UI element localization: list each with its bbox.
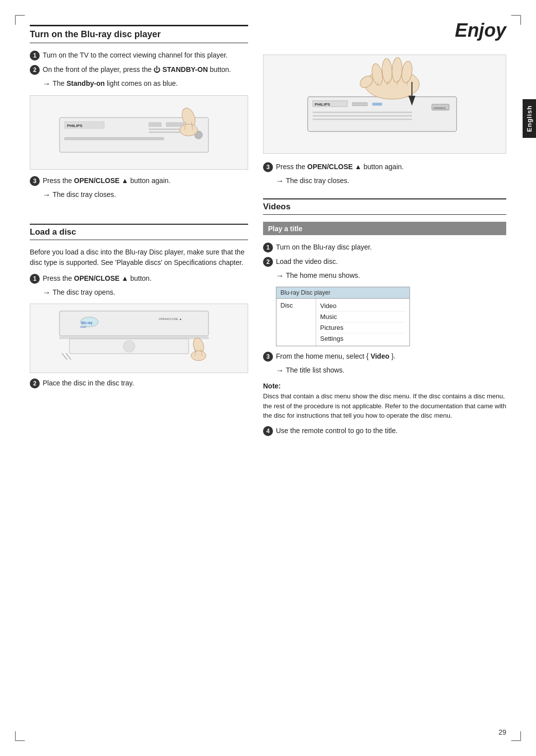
menu-header: Blu-ray Disc player	[276, 287, 409, 299]
svg-text:Disc: Disc	[80, 325, 86, 328]
svg-rect-33	[313, 115, 412, 117]
video-step-content-4: Use the remote control to go to the titl…	[276, 426, 506, 436]
menu-left-col: Disc	[276, 299, 316, 346]
corner-mark-bl	[15, 731, 25, 741]
left-column: Turn on the Blu-ray disc player 1 Turn o…	[30, 25, 248, 440]
svg-text:Blu-ray: Blu-ray	[81, 321, 93, 325]
arrow-icon-4: →	[276, 176, 284, 187]
menu-item-pictures: Pictures	[320, 322, 405, 333]
menu-item-video: Video	[320, 301, 405, 312]
svg-rect-5	[149, 128, 184, 130]
diagram-hand-top: PHILIPS OPEN/CL	[263, 55, 506, 154]
video-step-3-note: → The title list shows.	[276, 366, 506, 376]
turn-on-step-3-note: → The disc tray closes.	[43, 190, 248, 200]
svg-rect-31	[372, 103, 382, 106]
video-step-num-2: 2	[263, 257, 273, 267]
note-text: Discs that contain a disc menu show the …	[263, 392, 506, 419]
note-title: Note:	[263, 382, 281, 390]
video-step-3: 3 From the home menu, select { Video }.	[263, 351, 506, 362]
step-content-2: On the front of the player, press the ⏻ …	[43, 64, 248, 75]
video-step-content-3: From the home menu, select { Video }.	[276, 351, 506, 362]
turn-on-step-2-note: → The Standby-on light comes on as blue.	[43, 79, 248, 89]
load-step-content-2: Place the disc in the disc tray.	[43, 378, 248, 388]
load-step-content-1: Press the OPEN/CLOSE ▲ button.	[43, 273, 248, 284]
load-step-1-note: → The disc tray opens.	[43, 288, 248, 298]
svg-point-10	[180, 124, 198, 136]
video-step-content-2: Load the video disc.	[276, 256, 506, 267]
svg-point-22	[191, 351, 206, 361]
right-step-num-3: 3	[263, 162, 273, 172]
video-step-2: 2 Load the video disc.	[263, 256, 506, 267]
menu-item-music: Music	[320, 312, 405, 322]
turn-on-step-2: 2 On the front of the player, press the …	[30, 64, 248, 75]
video-step-num-4: 4	[263, 426, 273, 436]
svg-rect-32	[313, 112, 412, 113]
player-svg: PHILIPS	[50, 98, 228, 167]
step-num-2: 2	[30, 65, 40, 75]
hand-svg: PHILIPS OPEN/CL	[303, 57, 467, 151]
right-step-3-note: → The disc tray closes.	[276, 176, 506, 187]
corner-mark-tr	[511, 15, 521, 25]
menu-body: Disc Video Music Pictures Settings	[276, 299, 409, 346]
svg-rect-3	[149, 123, 161, 126]
load-step-2: 2 Place the disc in the disc tray.	[30, 378, 248, 388]
play-title-bar: Play a title	[263, 222, 506, 235]
svg-text:PHILIPS: PHILIPS	[315, 102, 331, 107]
svg-rect-6	[149, 131, 184, 133]
arrow-icon: →	[43, 78, 51, 89]
svg-rect-4	[166, 123, 184, 126]
videos-section-header: Videos	[263, 198, 506, 215]
step-content-3: Press the OPEN/CLOSE ▲ button again.	[43, 176, 248, 186]
video-step-2-note: → The home menu shows.	[276, 271, 506, 281]
svg-line-26	[66, 353, 71, 360]
step-num-3: 3	[30, 176, 40, 186]
home-menu-table: Blu-ray Disc player Disc Video Music Pic…	[276, 287, 410, 346]
step-content-1: Turn on the TV to the correct viewing ch…	[43, 50, 248, 61]
menu-right-col: Video Music Pictures Settings	[316, 299, 409, 346]
svg-rect-34	[313, 119, 412, 120]
svg-point-20	[123, 340, 135, 352]
svg-line-25	[62, 353, 67, 360]
note-box: Note: Discs that contain a disc menu sho…	[263, 381, 506, 421]
play-title-label: Play a title	[268, 225, 302, 233]
page-content: Turn on the Blu-ray disc player 1 Turn o…	[0, 0, 536, 480]
svg-text:OPEN/CL: OPEN/CL	[433, 107, 447, 110]
turn-on-section-header: Turn on the Blu-ray disc player	[30, 25, 248, 43]
load-step-num-1: 1	[30, 274, 40, 284]
corner-mark-br	[511, 731, 521, 741]
load-step-num-2: 2	[30, 378, 40, 388]
video-step-num-1: 1	[263, 243, 273, 252]
diagram-player-left: PHILIPS	[30, 95, 248, 170]
page-title: Enjoy	[455, 20, 506, 41]
language-tab: English	[523, 99, 536, 138]
turn-on-heading: Turn on the Blu-ray disc player	[30, 29, 248, 40]
load-disc-intro: Before you load a disc into the Blu-ray …	[30, 247, 248, 268]
step-num-1: 1	[30, 51, 40, 61]
arrow-icon-3: →	[43, 287, 51, 298]
svg-text:OPEN/CLOSE ▲: OPEN/CLOSE ▲	[159, 317, 182, 320]
right-step-content-3: Press the OPEN/CLOSE ▲ button again.	[276, 162, 506, 172]
diagram-tray-open: Blu-ray Disc OPEN/CLOSE ▲	[30, 304, 248, 373]
video-step-num-3: 3	[263, 352, 273, 362]
menu-disc-label: Disc	[280, 302, 293, 309]
svg-rect-30	[352, 103, 367, 106]
video-step-1: 1 Turn on the Blu-ray disc player.	[263, 242, 506, 252]
right-column: PHILIPS OPEN/CL	[263, 25, 506, 440]
svg-text:PHILIPS: PHILIPS	[67, 124, 83, 128]
arrow-icon-6: →	[276, 365, 284, 376]
tray-svg: Blu-ray Disc OPEN/CLOSE ▲	[50, 306, 228, 371]
turn-on-step-1: 1 Turn on the TV to the correct viewing …	[30, 50, 248, 61]
page-number: 29	[498, 728, 506, 736]
right-step-3: 3 Press the OPEN/CLOSE ▲ button again.	[263, 162, 506, 172]
corner-mark-tl	[15, 15, 25, 25]
menu-item-settings: Settings	[320, 333, 405, 344]
load-step-1: 1 Press the OPEN/CLOSE ▲ button.	[30, 273, 248, 284]
arrow-icon-2: →	[43, 189, 51, 200]
arrow-icon-5: →	[276, 270, 284, 281]
svg-rect-7	[65, 137, 164, 140]
videos-heading: Videos	[263, 202, 506, 212]
turn-on-step-3: 3 Press the OPEN/CLOSE ▲ button again.	[30, 176, 248, 186]
svg-rect-18	[60, 337, 208, 339]
load-disc-heading: Load a disc	[30, 227, 248, 237]
video-step-content-1: Turn on the Blu-ray disc player.	[276, 242, 506, 252]
